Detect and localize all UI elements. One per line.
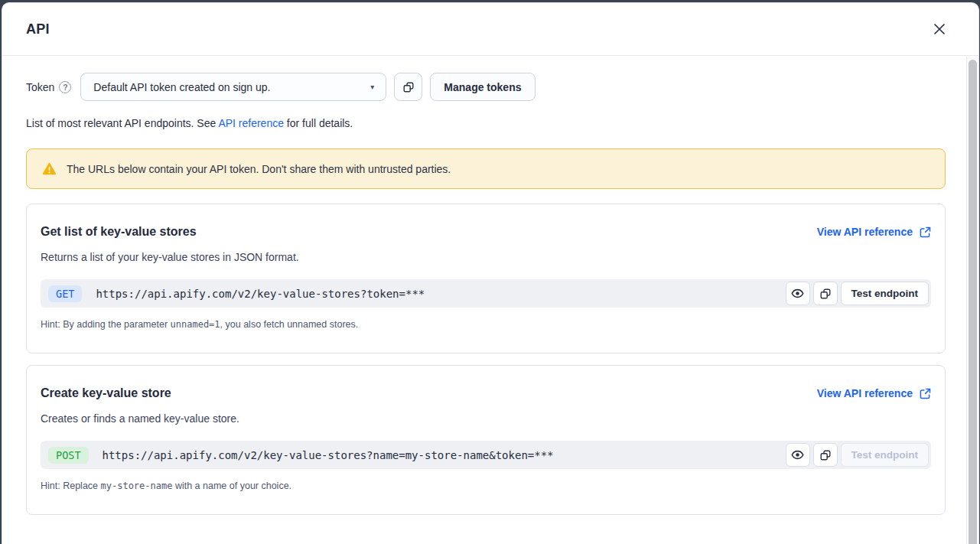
eye-icon bbox=[791, 287, 804, 300]
copy-url-button[interactable] bbox=[813, 443, 838, 467]
view-api-reference-link[interactable]: View API reference bbox=[817, 387, 931, 399]
help-icon[interactable]: ? bbox=[59, 81, 71, 93]
api-modal: API Token ? Default API token created on… bbox=[2, 2, 979, 544]
reveal-token-button[interactable] bbox=[786, 443, 810, 467]
api-reference-link[interactable]: API reference bbox=[218, 117, 284, 129]
endpoint-url-row: POST https://api.apify.com/v2/key-value-… bbox=[41, 441, 931, 469]
endpoint-title: Create key-value store bbox=[41, 386, 171, 400]
endpoint-title: Get list of key-value stores bbox=[41, 225, 197, 239]
hint-code: my-store-name bbox=[101, 480, 173, 491]
endpoint-card-create: Create key-value store View API referenc… bbox=[26, 365, 946, 515]
external-link-icon bbox=[920, 226, 931, 238]
token-select[interactable]: Default API token created on sign up. ▾ bbox=[80, 73, 386, 101]
chevron-down-icon: ▾ bbox=[370, 83, 374, 91]
endpoint-url: https://api.apify.com/v2/key-value-store… bbox=[96, 288, 785, 300]
endpoint-hint: Hint: By adding the parameter unnamed=1,… bbox=[41, 319, 931, 330]
endpoint-url: https://api.apify.com/v2/key-value-store… bbox=[103, 449, 786, 461]
warning-banner: The URLs below contain your API token. D… bbox=[26, 148, 946, 189]
external-link-icon bbox=[920, 388, 931, 399]
card-header: Create key-value store View API referenc… bbox=[41, 386, 931, 400]
modal-title: API bbox=[26, 21, 50, 37]
copy-icon bbox=[819, 449, 832, 461]
intro-text-before: List of most relevant API endpoints. See bbox=[26, 117, 218, 129]
endpoint-url-row: GET https://api.apify.com/v2/key-value-s… bbox=[41, 279, 931, 308]
scrollbar[interactable] bbox=[966, 57, 978, 544]
test-endpoint-button[interactable]: Test endpoint bbox=[841, 443, 930, 467]
intro-text-after: for full details. bbox=[284, 117, 353, 129]
close-button[interactable] bbox=[931, 21, 948, 37]
eye-icon bbox=[791, 448, 804, 461]
modal-header: API bbox=[2, 3, 978, 56]
copy-icon bbox=[402, 81, 415, 93]
manage-tokens-button[interactable]: Manage tokens bbox=[430, 73, 535, 101]
warning-text: The URLs below contain your API token. D… bbox=[67, 163, 451, 175]
endpoint-hint: Hint: Replace my-store-name with a name … bbox=[41, 480, 931, 491]
view-api-reference-label: View API reference bbox=[817, 226, 913, 238]
scrollbar-thumb[interactable] bbox=[969, 60, 977, 544]
intro-text: List of most relevant API endpoints. See… bbox=[26, 117, 946, 129]
reveal-token-button[interactable] bbox=[786, 282, 810, 305]
copy-token-button[interactable] bbox=[394, 73, 422, 101]
modal-body: Token ? Default API token created on sig… bbox=[2, 57, 966, 544]
endpoint-card-get-list: Get list of key-value stores View API re… bbox=[26, 204, 946, 353]
token-label: Token bbox=[26, 81, 54, 93]
hint-text-before: Hint: By adding the parameter bbox=[41, 319, 171, 330]
method-badge-get: GET bbox=[48, 285, 82, 302]
token-row: Token ? Default API token created on sig… bbox=[26, 73, 946, 101]
endpoint-description: Returns a list of your key-value stores … bbox=[41, 251, 931, 263]
hint-text-after: , you also fetch unnamed stores. bbox=[220, 319, 359, 330]
row-actions: Test endpoint bbox=[786, 443, 930, 467]
card-header: Get list of key-value stores View API re… bbox=[41, 225, 931, 239]
row-actions: Test endpoint bbox=[786, 282, 930, 305]
token-select-value: Default API token created on sign up. bbox=[93, 81, 270, 93]
view-api-reference-label: View API reference bbox=[817, 387, 913, 399]
copy-url-button[interactable] bbox=[813, 282, 838, 305]
hint-text-before: Hint: Replace bbox=[41, 480, 101, 491]
view-api-reference-link[interactable]: View API reference bbox=[817, 226, 931, 238]
hint-code: unnamed=1 bbox=[171, 319, 220, 330]
page-background: API Token ? Default API token created on… bbox=[0, 0, 980, 544]
test-endpoint-button[interactable]: Test endpoint bbox=[841, 282, 930, 305]
close-icon bbox=[933, 23, 946, 35]
hint-text-after: with a name of your choice. bbox=[172, 480, 291, 491]
warning-triangle-icon bbox=[42, 162, 57, 176]
endpoint-description: Creates or finds a named key-value store… bbox=[41, 412, 931, 425]
method-badge-post: POST bbox=[48, 447, 89, 464]
copy-icon bbox=[819, 288, 832, 300]
